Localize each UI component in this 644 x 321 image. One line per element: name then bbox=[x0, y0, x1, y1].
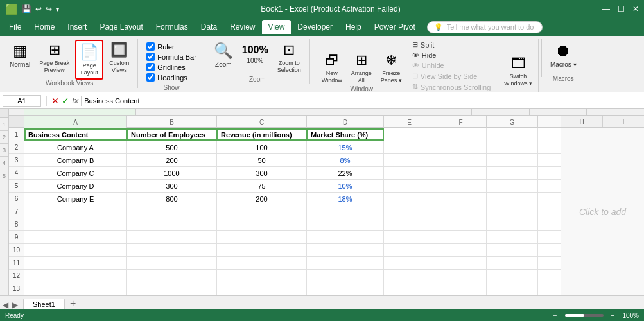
cell-a8[interactable] bbox=[24, 218, 127, 230]
cell-d6[interactable]: 18% bbox=[307, 193, 384, 205]
cell-b5[interactable]: 300 bbox=[127, 180, 217, 192]
cell-f4[interactable] bbox=[435, 167, 487, 179]
sheet-nav-left[interactable]: ◀ bbox=[3, 300, 8, 309]
split-cmd[interactable]: ⊟ Split bbox=[410, 40, 495, 49]
ruler-checkbox-row[interactable]: Ruler bbox=[146, 42, 196, 51]
menu-data[interactable]: Data bbox=[195, 20, 223, 34]
hide-cmd[interactable]: 👁 Hide bbox=[410, 51, 495, 60]
cell-a4[interactable]: Company C bbox=[24, 167, 127, 179]
cell-b3[interactable]: 200 bbox=[127, 154, 217, 166]
col-header-g[interactable]: G bbox=[487, 116, 538, 128]
col-header-i[interactable]: I bbox=[603, 116, 644, 127]
close-btn[interactable]: ✕ bbox=[632, 4, 639, 13]
quick-save[interactable]: 💾 bbox=[22, 4, 31, 13]
cell-f3[interactable] bbox=[435, 154, 487, 166]
cell-d4[interactable]: 22% bbox=[307, 167, 384, 179]
cell-d5[interactable]: 10% bbox=[307, 180, 384, 192]
zoom-selection-btn[interactable]: ⊡ Zoom toSelection bbox=[274, 40, 304, 76]
cell-f5[interactable] bbox=[435, 180, 487, 192]
cell-e5[interactable] bbox=[384, 180, 435, 192]
cancel-formula-btn[interactable]: ✕ bbox=[51, 96, 59, 106]
cell-f2[interactable] bbox=[435, 141, 487, 153]
cell-d2[interactable]: 15% bbox=[307, 141, 384, 153]
cell-e1[interactable] bbox=[384, 128, 435, 141]
arrange-all-btn[interactable]: ⊞ ArrangeAll bbox=[348, 50, 375, 86]
cell-e3[interactable] bbox=[384, 154, 435, 166]
menu-developer[interactable]: Developer bbox=[291, 20, 339, 34]
cell-e7[interactable] bbox=[384, 205, 435, 218]
cell-a7[interactable] bbox=[24, 205, 127, 218]
zoom-slider[interactable] bbox=[565, 314, 604, 317]
menu-power-pivot[interactable]: Power Pivot bbox=[368, 20, 422, 34]
cell-c7[interactable] bbox=[217, 205, 307, 218]
col-header-e[interactable]: E bbox=[384, 116, 435, 128]
cell-c3[interactable]: 50 bbox=[217, 154, 307, 166]
zoom-100-btn[interactable]: 100% 100% bbox=[239, 40, 272, 67]
col-header-h[interactable]: H bbox=[561, 116, 603, 127]
add-sheet-btn[interactable]: + bbox=[66, 298, 80, 309]
cell-a5[interactable]: Company D bbox=[24, 180, 127, 192]
cell-g1[interactable] bbox=[487, 128, 538, 141]
zoom-in-btn[interactable]: + bbox=[611, 312, 615, 319]
cell-c5[interactable]: 75 bbox=[217, 180, 307, 192]
headings-checkbox[interactable] bbox=[146, 73, 155, 82]
cell-e2[interactable] bbox=[384, 141, 435, 153]
cell-b1[interactable]: Number of Employees bbox=[127, 128, 217, 141]
col-header-a[interactable]: A bbox=[24, 116, 127, 128]
cell-e6[interactable] bbox=[384, 193, 435, 205]
formula-bar-checkbox[interactable] bbox=[146, 53, 155, 61]
page-layout-btn[interactable]: 📄 PageLayout bbox=[75, 40, 103, 80]
cell-f7[interactable] bbox=[435, 205, 487, 218]
menu-formulas[interactable]: Formulas bbox=[150, 20, 195, 34]
cell-c6[interactable]: 200 bbox=[217, 193, 307, 205]
gridlines-checkbox-row[interactable]: Gridlines bbox=[146, 63, 196, 71]
cell-a1[interactable]: Business Content bbox=[24, 128, 127, 141]
cell-f6[interactable] bbox=[435, 193, 487, 205]
cell-a3[interactable]: Company B bbox=[24, 154, 127, 166]
cell-d1[interactable]: Market Share (%) bbox=[307, 128, 384, 141]
ruler-checkbox[interactable] bbox=[146, 42, 155, 51]
menu-view[interactable]: View bbox=[262, 20, 292, 34]
zoom-btn[interactable]: 🔍 Zoom bbox=[211, 40, 236, 71]
headings-checkbox-row[interactable]: Headings bbox=[146, 73, 196, 82]
formula-input[interactable] bbox=[81, 96, 641, 106]
minimize-btn[interactable]: — bbox=[602, 4, 610, 13]
cell-g6[interactable] bbox=[487, 193, 538, 205]
custom-views-btn[interactable]: 🔲 CustomViews bbox=[106, 40, 132, 76]
normal-view-btn[interactable]: ▦ Normal bbox=[6, 40, 33, 71]
col-header-b[interactable]: B bbox=[127, 116, 217, 128]
cell-b4[interactable]: 1000 bbox=[127, 167, 217, 179]
cell-d3[interactable]: 8% bbox=[307, 154, 384, 166]
cell-reference-input[interactable] bbox=[3, 95, 41, 107]
cell-g3[interactable] bbox=[487, 154, 538, 166]
col-header-d[interactable]: D bbox=[307, 116, 384, 128]
menu-help[interactable]: Help bbox=[339, 20, 368, 34]
cell-g5[interactable] bbox=[487, 180, 538, 192]
menu-home[interactable]: Home bbox=[28, 20, 61, 34]
cell-c2[interactable]: 100 bbox=[217, 141, 307, 153]
redo-btn[interactable]: ↪ bbox=[46, 4, 52, 13]
menu-file[interactable]: File bbox=[3, 20, 28, 34]
cell-b7[interactable] bbox=[127, 205, 217, 218]
cell-a6[interactable]: Company E bbox=[24, 193, 127, 205]
cell-d7[interactable] bbox=[307, 205, 384, 218]
click-to-add-panel[interactable]: Click to add bbox=[561, 128, 644, 295]
cell-g4[interactable] bbox=[487, 167, 538, 179]
menu-review[interactable]: Review bbox=[223, 20, 261, 34]
cell-g7[interactable] bbox=[487, 205, 538, 218]
cell-b6[interactable]: 800 bbox=[127, 193, 217, 205]
cell-e4[interactable] bbox=[384, 167, 435, 179]
tell-me-bar[interactable]: 💡 Tell me what you want to do bbox=[427, 21, 543, 33]
gridlines-checkbox[interactable] bbox=[146, 63, 155, 71]
formula-bar-checkbox-row[interactable]: Formula Bar bbox=[146, 53, 196, 61]
switch-windows-btn[interactable]: 🗔 SwitchWindows ▾ bbox=[501, 53, 535, 89]
undo-btn[interactable]: ↩ bbox=[35, 4, 42, 13]
col-header-c[interactable]: C bbox=[217, 116, 307, 128]
page-break-preview-btn[interactable]: ⊞ Page BreakPreview bbox=[36, 40, 73, 76]
col-header-f[interactable]: F bbox=[435, 116, 487, 128]
cell-b2[interactable]: 500 bbox=[127, 141, 217, 153]
freeze-panes-btn[interactable]: ❄ FreezePanes ▾ bbox=[378, 50, 405, 86]
cell-a2[interactable]: Company A bbox=[24, 141, 127, 153]
cell-f1[interactable] bbox=[435, 128, 487, 141]
sheet-nav-right[interactable]: ▶ bbox=[12, 300, 18, 309]
